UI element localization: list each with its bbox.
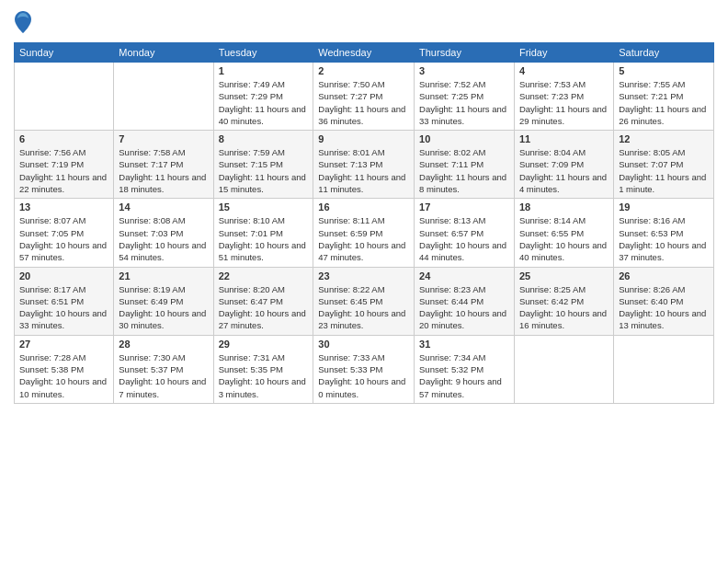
day-info: Sunrise: 7:31 AM Sunset: 5:35 PM Dayligh…: [219, 351, 309, 400]
day-number: 27: [19, 339, 108, 350]
day-info: Sunrise: 8:17 AM Sunset: 6:51 PM Dayligh…: [19, 283, 108, 332]
day-cell: 18Sunrise: 8:14 AM Sunset: 6:55 PM Dayli…: [514, 199, 613, 267]
col-header-sunday: Sunday: [15, 43, 114, 63]
day-cell: 17Sunrise: 8:13 AM Sunset: 6:57 PM Dayli…: [415, 199, 515, 267]
day-cell: 20Sunrise: 8:17 AM Sunset: 6:51 PM Dayli…: [15, 267, 114, 335]
col-header-wednesday: Wednesday: [313, 43, 415, 63]
calendar-table: SundayMondayTuesdayWednesdayThursdayFrid…: [14, 42, 714, 404]
day-cell: 10Sunrise: 8:02 AM Sunset: 7:11 PM Dayli…: [415, 131, 515, 199]
day-cell: 5Sunrise: 7:55 AM Sunset: 7:21 PM Daylig…: [614, 63, 714, 131]
day-number: 4: [519, 65, 609, 76]
day-cell: 25Sunrise: 8:25 AM Sunset: 6:42 PM Dayli…: [514, 267, 613, 335]
day-info: Sunrise: 8:13 AM Sunset: 6:57 PM Dayligh…: [419, 214, 509, 263]
day-number: 14: [119, 201, 208, 213]
col-header-thursday: Thursday: [415, 43, 515, 63]
week-row-1: 1Sunrise: 7:49 AM Sunset: 7:29 PM Daylig…: [15, 63, 714, 131]
day-number: 22: [219, 270, 309, 282]
day-cell: 16Sunrise: 8:11 AM Sunset: 6:59 PM Dayli…: [313, 199, 415, 267]
day-info: Sunrise: 8:02 AM Sunset: 7:11 PM Dayligh…: [419, 146, 509, 195]
day-number: 12: [619, 133, 709, 144]
day-number: 9: [318, 133, 409, 144]
day-cell: 21Sunrise: 8:19 AM Sunset: 6:49 PM Dayli…: [114, 267, 213, 335]
day-info: Sunrise: 8:01 AM Sunset: 7:13 PM Dayligh…: [318, 146, 409, 195]
col-header-tuesday: Tuesday: [213, 43, 313, 63]
day-number: 19: [619, 201, 709, 213]
week-row-2: 6Sunrise: 7:56 AM Sunset: 7:19 PM Daylig…: [15, 131, 714, 199]
day-info: Sunrise: 7:50 AM Sunset: 7:27 PM Dayligh…: [318, 78, 409, 127]
day-info: Sunrise: 8:07 AM Sunset: 7:05 PM Dayligh…: [19, 214, 108, 263]
day-number: 8: [219, 133, 309, 144]
day-info: Sunrise: 7:49 AM Sunset: 7:29 PM Dayligh…: [219, 78, 309, 127]
day-cell: 24Sunrise: 8:23 AM Sunset: 6:44 PM Dayli…: [415, 267, 515, 335]
page: SundayMondayTuesdayWednesdayThursdayFrid…: [0, 0, 728, 563]
day-number: 26: [619, 270, 709, 282]
day-info: Sunrise: 8:23 AM Sunset: 6:44 PM Dayligh…: [419, 283, 509, 332]
day-info: Sunrise: 8:04 AM Sunset: 7:09 PM Dayligh…: [519, 146, 609, 195]
day-info: Sunrise: 7:55 AM Sunset: 7:21 PM Dayligh…: [619, 78, 709, 127]
day-cell: 29Sunrise: 7:31 AM Sunset: 5:35 PM Dayli…: [213, 335, 313, 403]
day-info: Sunrise: 8:20 AM Sunset: 6:47 PM Dayligh…: [219, 283, 309, 332]
day-cell: 8Sunrise: 7:59 AM Sunset: 7:15 PM Daylig…: [213, 131, 313, 199]
day-number: 28: [119, 339, 208, 350]
day-number: 24: [419, 270, 509, 282]
day-info: Sunrise: 8:11 AM Sunset: 6:59 PM Dayligh…: [318, 214, 409, 263]
day-number: 2: [318, 65, 409, 76]
day-number: 3: [419, 65, 509, 76]
day-cell: 9Sunrise: 8:01 AM Sunset: 7:13 PM Daylig…: [313, 131, 415, 199]
day-number: 15: [219, 201, 309, 213]
day-cell: 19Sunrise: 8:16 AM Sunset: 6:53 PM Dayli…: [614, 199, 714, 267]
day-cell: 15Sunrise: 8:10 AM Sunset: 7:01 PM Dayli…: [213, 199, 313, 267]
day-cell: 6Sunrise: 7:56 AM Sunset: 7:19 PM Daylig…: [15, 131, 114, 199]
day-cell: 22Sunrise: 8:20 AM Sunset: 6:47 PM Dayli…: [213, 267, 313, 335]
day-info: Sunrise: 8:19 AM Sunset: 6:49 PM Dayligh…: [119, 283, 208, 332]
day-cell: 2Sunrise: 7:50 AM Sunset: 7:27 PM Daylig…: [313, 63, 415, 131]
day-cell: 30Sunrise: 7:33 AM Sunset: 5:33 PM Dayli…: [313, 335, 415, 403]
calendar-header-row: SundayMondayTuesdayWednesdayThursdayFrid…: [15, 43, 714, 63]
day-info: Sunrise: 7:59 AM Sunset: 7:15 PM Dayligh…: [219, 146, 309, 195]
day-cell: 26Sunrise: 8:26 AM Sunset: 6:40 PM Dayli…: [614, 267, 714, 335]
day-number: 29: [219, 339, 309, 350]
day-number: 21: [119, 270, 208, 282]
day-number: 6: [19, 133, 108, 144]
col-header-monday: Monday: [114, 43, 213, 63]
day-cell: 28Sunrise: 7:30 AM Sunset: 5:37 PM Dayli…: [114, 335, 213, 403]
day-number: 1: [219, 65, 309, 76]
day-info: Sunrise: 7:33 AM Sunset: 5:33 PM Dayligh…: [318, 351, 409, 400]
day-cell: [114, 63, 213, 131]
week-row-3: 13Sunrise: 8:07 AM Sunset: 7:05 PM Dayli…: [15, 199, 714, 267]
day-cell: 1Sunrise: 7:49 AM Sunset: 7:29 PM Daylig…: [213, 63, 313, 131]
day-info: Sunrise: 8:26 AM Sunset: 6:40 PM Dayligh…: [619, 283, 709, 332]
week-row-4: 20Sunrise: 8:17 AM Sunset: 6:51 PM Dayli…: [15, 267, 714, 335]
day-info: Sunrise: 8:05 AM Sunset: 7:07 PM Dayligh…: [619, 146, 709, 195]
day-cell: 3Sunrise: 7:52 AM Sunset: 7:25 PM Daylig…: [415, 63, 515, 131]
day-cell: 31Sunrise: 7:34 AM Sunset: 5:32 PM Dayli…: [415, 335, 515, 403]
day-info: Sunrise: 8:08 AM Sunset: 7:03 PM Dayligh…: [119, 214, 208, 263]
day-info: Sunrise: 7:53 AM Sunset: 7:23 PM Dayligh…: [519, 78, 609, 127]
week-row-5: 27Sunrise: 7:28 AM Sunset: 5:38 PM Dayli…: [15, 335, 714, 403]
day-cell: 14Sunrise: 8:08 AM Sunset: 7:03 PM Dayli…: [114, 199, 213, 267]
day-info: Sunrise: 7:34 AM Sunset: 5:32 PM Dayligh…: [419, 351, 509, 400]
day-number: 16: [318, 201, 409, 213]
day-cell: [614, 335, 714, 403]
day-cell: 11Sunrise: 8:04 AM Sunset: 7:09 PM Dayli…: [514, 131, 613, 199]
day-info: Sunrise: 8:14 AM Sunset: 6:55 PM Dayligh…: [519, 214, 609, 263]
logo-icon: [14, 9, 32, 35]
day-cell: 27Sunrise: 7:28 AM Sunset: 5:38 PM Dayli…: [15, 335, 114, 403]
header: [14, 9, 714, 35]
day-number: 10: [419, 133, 509, 144]
day-cell: 4Sunrise: 7:53 AM Sunset: 7:23 PM Daylig…: [514, 63, 613, 131]
day-cell: 23Sunrise: 8:22 AM Sunset: 6:45 PM Dayli…: [313, 267, 415, 335]
day-info: Sunrise: 7:28 AM Sunset: 5:38 PM Dayligh…: [19, 351, 108, 400]
day-cell: [514, 335, 613, 403]
day-info: Sunrise: 7:52 AM Sunset: 7:25 PM Dayligh…: [419, 78, 509, 127]
day-info: Sunrise: 7:30 AM Sunset: 5:37 PM Dayligh…: [119, 351, 208, 400]
day-number: 23: [318, 270, 409, 282]
day-number: 30: [318, 339, 409, 350]
day-number: 5: [619, 65, 709, 76]
day-info: Sunrise: 8:10 AM Sunset: 7:01 PM Dayligh…: [219, 214, 309, 263]
day-number: 7: [119, 133, 208, 144]
day-number: 31: [419, 339, 509, 350]
day-info: Sunrise: 8:25 AM Sunset: 6:42 PM Dayligh…: [519, 283, 609, 332]
day-number: 17: [419, 201, 509, 213]
day-number: 13: [19, 201, 108, 213]
